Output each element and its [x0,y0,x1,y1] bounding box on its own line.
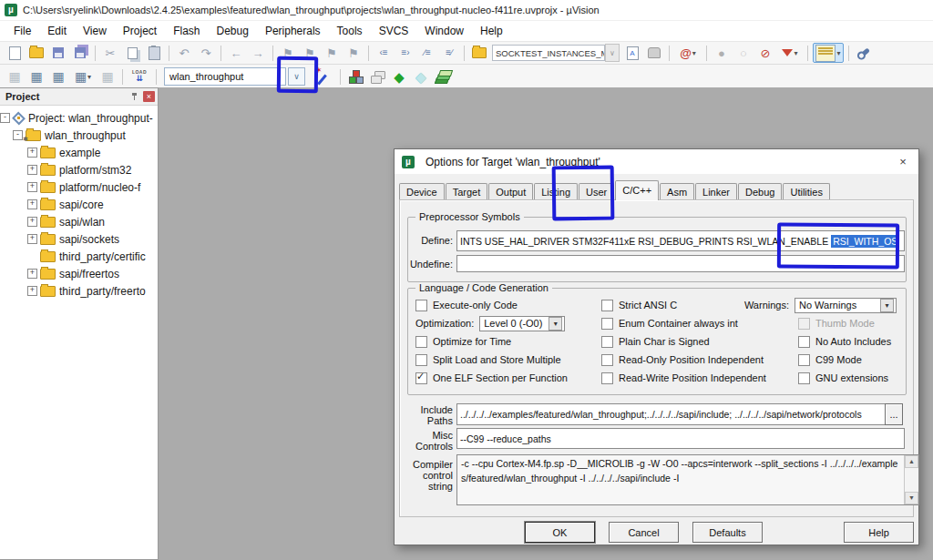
manage-project-items-button[interactable] [367,67,387,86]
navigate-forward-button[interactable]: → [248,44,268,62]
tree-item-sapi-core[interactable]: + sapi/core [0,196,158,213]
menu-tools[interactable]: Tools [329,23,371,39]
unindent-button[interactable]: ‹≡ [374,44,394,62]
defaults-button[interactable]: Defaults [692,522,763,543]
insert-breakpoint-button[interactable]: ● [712,44,732,62]
redo-button[interactable]: ↷ [196,44,216,62]
enable-breakpoint-button[interactable]: ○ [733,44,754,62]
tree-item-sapi-wlan[interactable]: + sapi/wlan [0,213,158,230]
batch-build-button[interactable]: ▦▾ [70,67,96,86]
tab-linker[interactable]: Linker [695,183,737,200]
navigate-back-button[interactable]: ← [226,44,246,62]
split-load-store-checkbox[interactable] [415,354,427,366]
menu-peripherals[interactable]: Peripherals [257,23,329,39]
indent-button[interactable]: ≡› [395,44,415,62]
expander[interactable]: - [0,113,10,123]
translate-button[interactable]: ▦ [5,67,25,86]
chevron-down-icon[interactable]: ▾ [880,299,894,312]
toggle-bookmark-button[interactable]: ⚑ [278,44,298,62]
include-paths-browse-button[interactable]: ... [885,403,903,425]
gnu-extensions-checkbox[interactable] [798,372,810,384]
expander[interactable]: + [27,234,37,244]
device-database-button[interactable]: ◆ [411,67,431,86]
optimization-select[interactable]: Level 0 (-O0)▾ [479,316,565,331]
find-button[interactable]: @▾ [674,44,702,62]
pin-icon[interactable] [130,92,139,101]
tree-item-thirdparty-freertos[interactable]: + third_party/freerto [0,282,158,300]
expander[interactable]: + [27,182,37,192]
strict-ansi-c-checkbox[interactable] [601,300,613,311]
download-button[interactable]: LOAD⇊ [128,67,151,86]
misc-controls-input[interactable]: --C99 --reduce_paths [456,428,905,449]
tab-asm[interactable]: Asm [660,183,694,200]
plain-char-signed-checkbox[interactable] [601,336,613,348]
undefine-input[interactable] [456,255,905,272]
tab-target[interactable]: Target [446,183,488,200]
search-input[interactable]: SOCKTEST_INSTANCES_M [492,45,605,61]
menu-edit[interactable]: Edit [39,23,75,39]
define-input[interactable]: INTS USE_HAL_DRIVER STM32F411xE RSI_DEBU… [456,230,905,251]
expander[interactable]: + [27,217,37,227]
expander[interactable]: + [27,269,37,279]
search-dropdown-button[interactable]: ∨ [605,44,620,62]
tab-user[interactable]: User [579,183,614,200]
chevron-down-icon[interactable]: ▾ [549,317,562,331]
read-write-pi-checkbox[interactable] [601,372,613,384]
tab-debug[interactable]: Debug [738,183,782,200]
options-for-target-button[interactable]: ✶ [310,67,335,86]
rebuild-button[interactable]: ▦ [48,67,68,86]
menu-view[interactable]: View [75,23,115,39]
pack-installer-button[interactable] [433,67,453,86]
menu-help[interactable]: Help [472,23,511,39]
disable-breakpoints-button[interactable]: ⊘ [755,44,775,62]
clear-bookmarks-button[interactable]: ⚑ [343,44,364,62]
tree-item-project-root[interactable]: - Project: wlan_throughput- [0,109,158,127]
configure-button[interactable] [854,44,874,62]
tree-item-example[interactable]: + example [0,144,158,161]
stop-build-button[interactable]: ▦ [97,67,118,86]
configure-search-button[interactable] [469,44,489,62]
save-button[interactable] [48,44,68,62]
select-software-packs-button[interactable]: ◆ [389,67,409,86]
optimize-for-time-checkbox[interactable] [415,336,427,348]
tree-item-target-group[interactable]: - wlan_throughput [0,127,158,144]
menu-debug[interactable]: Debug [209,23,257,39]
help-button[interactable]: Help [844,522,914,543]
tab-device[interactable]: Device [399,183,445,200]
manage-rte-button[interactable] [345,67,365,86]
new-file-button[interactable] [5,44,25,62]
open-file-button[interactable] [26,44,46,62]
tree-item-sapi-sockets[interactable]: + sapi/sockets [0,230,158,248]
c99-mode-checkbox[interactable] [798,354,810,366]
expander[interactable]: + [27,148,37,158]
kill-breakpoints-button[interactable]: ▾ [777,44,803,62]
tree-item-sapi-freertos[interactable]: + sapi/freertos [0,265,158,282]
execute-only-code-checkbox[interactable] [415,300,427,311]
comment-button[interactable]: ∕≡ [417,44,437,62]
menu-svcs[interactable]: SVCS [371,23,417,39]
ok-button[interactable]: OK [525,522,595,543]
cancel-button[interactable]: Cancel [609,522,679,543]
scroll-up-icon[interactable]: ▲ [905,455,918,468]
find-in-files-button[interactable]: A [622,44,642,62]
undo-button[interactable]: ↶ [174,44,194,62]
expander[interactable]: - [13,130,23,140]
target-select-dropdown-button[interactable]: ∨ [288,67,305,86]
dialog-close-button[interactable]: × [895,155,911,168]
no-auto-includes-checkbox[interactable] [798,336,810,348]
tab-output[interactable]: Output [488,183,533,200]
tree-item-platform-stm32[interactable]: + platform/stm32 [0,161,158,178]
copy-button[interactable] [122,44,142,62]
paste-button[interactable] [144,44,164,62]
warnings-select[interactable]: No Warnings▾ [795,298,897,313]
read-only-pi-checkbox[interactable] [601,354,613,366]
run-to-cursor-button[interactable] [644,44,664,62]
build-button[interactable]: ▦ [26,67,46,86]
menu-file[interactable]: File [5,23,39,39]
expander[interactable]: + [27,286,37,296]
tree-item-thirdparty-certificates[interactable]: third_party/certific [0,248,158,265]
next-bookmark-button[interactable]: ⚑ [322,44,342,62]
enum-container-int-checkbox[interactable] [601,318,613,330]
uncomment-button[interactable]: ≡∕ [439,44,459,62]
prev-bookmark-button[interactable]: ⚑ [300,44,320,62]
